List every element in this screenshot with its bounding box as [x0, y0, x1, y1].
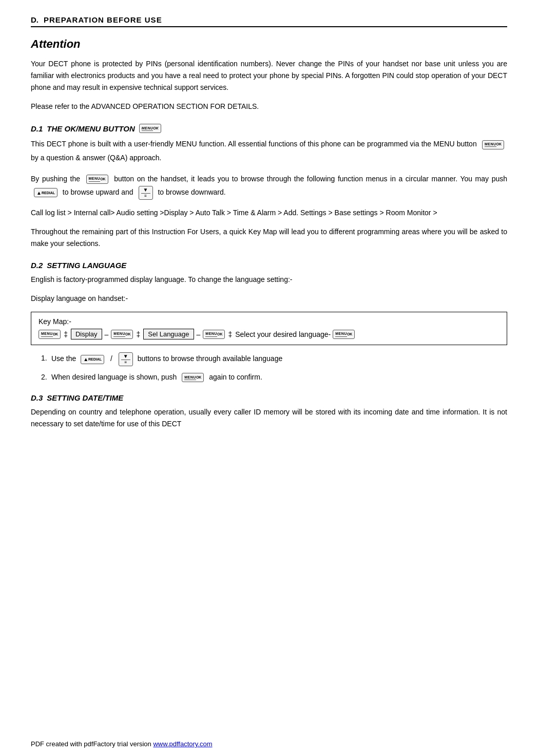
list1-text-after: buttons to browse through available lang… — [138, 354, 283, 363]
key-map-box: Key Map:- MENU OK ‡ Display – MENU OK ‡ … — [31, 312, 507, 345]
d1-para1-text1: This DECT phone is built with a user-fri… — [31, 140, 477, 148]
d1-label: D.1 — [31, 124, 43, 133]
d1-para2-text3: to browse upward and — [63, 188, 133, 196]
menu-ok-button-inline2: MENU OK — [86, 175, 108, 184]
display-box: Display — [71, 329, 102, 339]
d1-para2: By pushing the MENU OK button on the han… — [31, 172, 507, 200]
d1-title-text: THE OK/MENU BUTTON — [47, 124, 134, 133]
d1-para2-text2: button on the handset, it leads you to b… — [114, 175, 507, 183]
sel-language-box: Sel Language — [143, 329, 194, 339]
menu-ok-button-inline1: MENU OK — [482, 140, 504, 149]
list2-text-before: When desired language is shown, push — [51, 373, 177, 381]
key-map-row: MENU OK ‡ Display – MENU OK ‡ Sel Langua… — [39, 329, 499, 339]
d3-label: D.3 — [31, 393, 43, 402]
d1-para1: This DECT phone is built with a user-fri… — [31, 137, 507, 164]
section-letter: D. — [31, 15, 39, 24]
d1-para2-text4: to browse downward. — [158, 188, 225, 196]
list1-slash: / — [110, 354, 112, 363]
footer-link[interactable]: www.pdffactory.com — [153, 740, 212, 748]
list2-text-after: again to confirm. — [209, 373, 262, 381]
d1-para2-text1: By pushing the — [31, 175, 80, 183]
attention-title: Attention — [31, 37, 507, 51]
attention-para1: Your DECT phone is protected by PINs (pe… — [31, 58, 507, 93]
dagger3: ‡ — [228, 330, 232, 338]
d2-para2: Display language on handset:- — [31, 293, 507, 305]
select-language-text: Select your desired language- — [235, 330, 331, 338]
d3-title-text: SETTING DATE/TIME — [47, 393, 123, 402]
list-num-2: 2. — [31, 371, 51, 383]
down-button: ▼ ≡ — [139, 186, 153, 200]
redial-up-button: ▲ REDIAL — [34, 188, 57, 197]
dagger1: ‡ — [64, 330, 68, 338]
attention-para2: Please refer to the ADVANCED OPERATION S… — [31, 101, 507, 112]
section-header: D. PREPARATION BEFORE USE — [31, 15, 507, 27]
redial-up-list: ▲ REDIAL — [81, 355, 104, 364]
key-map-label: Key Map:- — [39, 317, 499, 326]
list-content-2: When desired language is shown, push MEN… — [51, 371, 507, 383]
menu-ok-keymap3: MENU OK — [203, 330, 225, 339]
d1-para4: Throughout the remaining part of this In… — [31, 226, 507, 250]
list-num-1: 1. — [31, 352, 51, 366]
d1-title: D.1 THE OK/MENU BUTTON MENU OK — [31, 124, 507, 133]
menu-ok-button-title: MENU OK — [139, 124, 161, 133]
down-button-list: ▼ ≡ — [119, 352, 133, 366]
d2-title-text: SETTING LANGUAGE — [47, 261, 126, 270]
d2-title: D.2 SETTING LANGUAGE — [31, 261, 507, 270]
footer: PDF created with pdfFactory trial versio… — [31, 740, 213, 748]
list-item-1: 1. Use the ▲ REDIAL / ▼ ≡ buttons to bro… — [31, 352, 507, 366]
section-title: PREPARATION BEFORE USE — [44, 15, 162, 24]
d1-para1-text2: by a question & answer (Q&A) approach. — [31, 154, 161, 162]
menu-ok-keymap4: MENU OK — [333, 330, 355, 339]
menu-ok-keymap1: MENU OK — [39, 330, 61, 339]
menu-ok-keymap2: MENU OK — [111, 330, 133, 339]
footer-text: PDF created with pdfFactory trial versio… — [31, 740, 151, 748]
dagger2: ‡ — [136, 330, 140, 338]
menu-ok-list2: MENU OK — [182, 373, 204, 382]
d3-para1: Depending on country and telephone opera… — [31, 406, 507, 430]
list-content-1: Use the ▲ REDIAL / ▼ ≡ buttons to browse… — [51, 352, 507, 366]
d2-label: D.2 — [31, 261, 43, 270]
d3-title: D.3 SETTING DATE/TIME — [31, 393, 507, 402]
d2-para1: English is factory-programmed display la… — [31, 274, 507, 286]
list1-text-before: Use the — [51, 354, 76, 363]
d1-para3: Call log list > Internal call> Audio set… — [31, 207, 507, 219]
list-item-2: 2. When desired language is shown, push … — [31, 371, 507, 383]
